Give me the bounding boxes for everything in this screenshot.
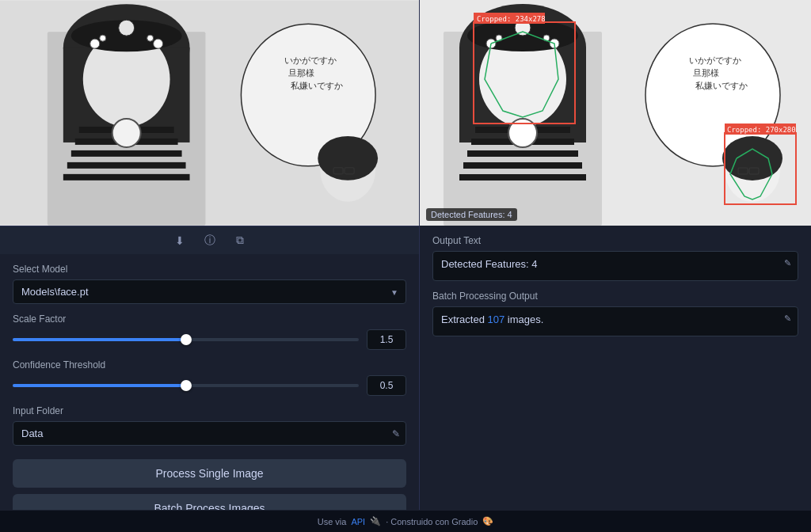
- batch-output-copy-icon[interactable]: ✎: [784, 314, 791, 324]
- input-folder-group: Input Folder ✎: [13, 405, 406, 446]
- svg-text:いかがですか: いかがですか: [689, 55, 741, 66]
- input-folder-label: Input Folder: [13, 405, 406, 416]
- svg-text:私嫌いですか: 私嫌いですか: [695, 81, 748, 91]
- scale-factor-input[interactable]: 1.5: [367, 329, 406, 350]
- confidence-fill: [13, 384, 186, 387]
- info-icon[interactable]: ⓘ: [201, 232, 219, 249]
- confidence-threshold-label: Confidence Threshold: [13, 359, 406, 370]
- controls-area: Select Model Models\face.pt Models\body.…: [0, 254, 419, 453]
- scale-factor-thumb[interactable]: [181, 334, 192, 345]
- input-folder-input[interactable]: [13, 421, 406, 446]
- svg-rect-22: [0, 0, 419, 225]
- image-toolbar: ⬇ ⓘ ⧉: [0, 226, 419, 254]
- batch-output-box: Extracted 107 images. ✎: [432, 306, 798, 336]
- confidence-thumb[interactable]: [181, 380, 192, 391]
- confidence-slider-container: [13, 384, 359, 387]
- svg-rect-38: [459, 174, 586, 180]
- batch-output-section: Batch Processing Output Extracted 107 im…: [432, 291, 798, 336]
- svg-rect-36: [467, 150, 578, 157]
- detected-features-label: Detected Features: 4: [426, 208, 517, 221]
- output-text-box: Detected Features: 4 ✎: [432, 251, 798, 281]
- input-folder-wrapper: ✎: [13, 421, 406, 446]
- download-icon[interactable]: ⬇: [171, 232, 188, 249]
- detection-image: いかがですか 旦那様 私嫌いですか: [420, 0, 811, 226]
- select-model-label: Select Model: [13, 264, 406, 275]
- select-model-group: Select Model Models\face.pt Models\body.…: [13, 264, 406, 304]
- output-text-copy-icon[interactable]: ✎: [784, 258, 791, 268]
- scale-factor-group: Scale Factor 1.5: [13, 314, 406, 350]
- batch-output-value: Extracted 107 images.: [441, 314, 543, 325]
- scale-factor-label: Scale Factor: [13, 314, 406, 325]
- select-model-wrapper: Models\face.pt Models\body.pt ▼: [13, 279, 406, 304]
- svg-point-23: [90, 39, 100, 48]
- svg-point-24: [154, 39, 163, 48]
- model-select[interactable]: Models\face.pt Models\body.pt: [13, 279, 406, 304]
- svg-text:Cropped: 270x280: Cropped: 270x280: [727, 126, 796, 134]
- copy-icon[interactable]: ⧉: [231, 232, 249, 249]
- confidence-threshold-group: Confidence Threshold 0.5: [13, 359, 406, 396]
- footer-built-with: · Construido con Gradio: [386, 517, 478, 526]
- scale-factor-row: 1.5: [13, 329, 406, 350]
- confidence-track: [13, 384, 359, 387]
- batch-output-label: Batch Processing Output: [432, 291, 798, 302]
- footer-gradio-emoji: 🎨: [482, 516, 493, 526]
- svg-text:旦那様: 旦那様: [693, 68, 719, 78]
- process-single-button[interactable]: Process Single Image: [13, 459, 406, 488]
- confidence-threshold-row: 0.5: [13, 375, 406, 396]
- main-container: いかがですか 旦那様 私嫌いですか ⬇ ⓘ: [0, 0, 811, 532]
- manga-svg-left: いかがですか 旦那様 私嫌いですか: [0, 0, 419, 226]
- manga-svg-right: いかがですか 旦那様 私嫌いですか: [420, 0, 811, 226]
- footer-api-link[interactable]: API: [351, 517, 365, 526]
- output-text-value: Detected Features: 4: [441, 258, 537, 270]
- footer: Use via API 🔌 · Construido con Gradio 🎨: [0, 510, 811, 532]
- output-area: Output Text Detected Features: 4 ✎ Batch…: [420, 226, 811, 532]
- svg-rect-37: [463, 162, 582, 169]
- confidence-input[interactable]: 0.5: [367, 375, 406, 396]
- extracted-count: 107: [488, 314, 505, 325]
- right-panel: いかがですか 旦那様 私嫌いですか: [420, 0, 811, 532]
- original-image: いかがですか 旦那様 私嫌いですか: [0, 0, 419, 226]
- scale-factor-fill: [13, 338, 186, 341]
- footer-use-via: Use via: [318, 517, 347, 526]
- footer-emoji: 🔌: [370, 516, 381, 526]
- left-panel: いかがですか 旦那様 私嫌いですか ⬇ ⓘ: [0, 0, 420, 532]
- output-text-section: Output Text Detected Features: 4 ✎: [432, 235, 798, 281]
- svg-text:Cropped: 234x278: Cropped: 234x278: [477, 15, 546, 23]
- svg-point-25: [100, 35, 106, 41]
- scale-factor-slider-container: [13, 338, 359, 341]
- input-folder-edit-icon[interactable]: ✎: [392, 428, 400, 439]
- scale-factor-track: [13, 338, 359, 341]
- svg-point-26: [147, 35, 154, 41]
- output-text-label: Output Text: [432, 235, 798, 246]
